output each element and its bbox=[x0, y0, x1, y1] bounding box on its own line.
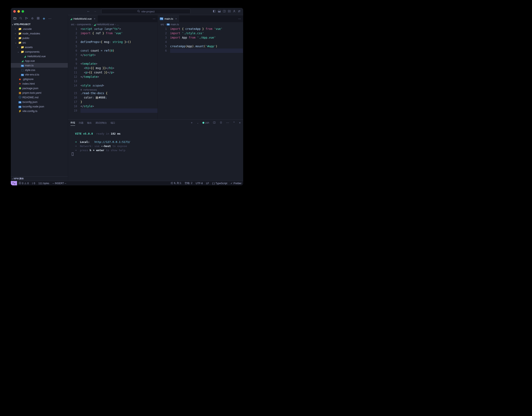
svg-point-0 bbox=[137, 10, 139, 12]
close-tab-icon[interactable]: × bbox=[94, 17, 96, 20]
tree-item-HelloWorld-vue[interactable]: ◢HelloWorld.vue bbox=[11, 54, 68, 58]
tree-item--vscode[interactable]: ›📁.vscode bbox=[11, 27, 68, 31]
chevron-right-icon: › bbox=[12, 178, 13, 180]
tree-item-App-vue[interactable]: ◢App.vue bbox=[11, 58, 68, 63]
file-label: public bbox=[22, 37, 29, 40]
breadcrumb-right[interactable]: src› TS main.ts bbox=[158, 22, 243, 27]
customize-layout-icon[interactable] bbox=[228, 10, 231, 13]
tabs-right: TS main.ts × ⋯ bbox=[158, 15, 243, 22]
explorer-icon[interactable] bbox=[12, 17, 18, 20]
tab-helloworld[interactable]: ◢ HelloWorld.vue × bbox=[68, 15, 98, 22]
panel-tab-problems[interactable]: 问题 bbox=[79, 120, 83, 126]
command-center[interactable]: vite-project bbox=[101, 9, 191, 14]
editor-more-icon[interactable]: ⋯ bbox=[153, 17, 155, 20]
terminal-output[interactable]: VITE v5.0.8 ready in 182 ms ➜ Local: htt… bbox=[68, 126, 243, 181]
tree-item-public[interactable]: ›📁public bbox=[11, 36, 68, 40]
svg-rect-9 bbox=[230, 11, 230, 12]
file-label: assets bbox=[25, 46, 33, 49]
status-bytes[interactable]: 111 bytes bbox=[37, 182, 51, 185]
toggle-panel-icon[interactable] bbox=[218, 10, 221, 13]
status-formatter[interactable]: ✓Prettier bbox=[229, 182, 243, 185]
tree-item-README-md[interactable]: ⓘREADME.md bbox=[11, 95, 68, 100]
file-label: package.json bbox=[22, 87, 39, 90]
toggle-secondary-sidebar-icon[interactable] bbox=[223, 10, 226, 13]
status-radio[interactable]: ⟟0 bbox=[30, 182, 37, 185]
codelens[interactable]: 0 references bbox=[80, 88, 157, 91]
split-terminal-icon[interactable] bbox=[213, 121, 216, 125]
npm-scripts-label: NPM 脚本 bbox=[14, 177, 24, 180]
npm-scripts-header[interactable]: › NPM 脚本 bbox=[11, 176, 68, 181]
search-sidebar-icon[interactable] bbox=[18, 17, 23, 20]
debug-icon[interactable] bbox=[30, 17, 35, 20]
file-icon: 📁 bbox=[21, 46, 24, 49]
close-panel-icon[interactable]: × bbox=[239, 121, 241, 124]
status-language[interactable]: { }TypeScript bbox=[211, 182, 229, 185]
new-terminal-icon[interactable]: ＋ bbox=[190, 121, 193, 125]
maximize-window-button[interactable] bbox=[22, 10, 24, 13]
nav-forward-button[interactable]: → bbox=[93, 9, 97, 14]
toggle-primary-sidebar-icon[interactable] bbox=[213, 10, 216, 13]
source-control-icon[interactable] bbox=[24, 17, 29, 20]
tree-item-tsconfig-json[interactable]: TStsconfig.json bbox=[11, 100, 68, 104]
tree-item-main-ts[interactable]: TSmain.ts bbox=[11, 63, 68, 68]
status-encoding[interactable]: UTF-8 bbox=[194, 182, 204, 185]
window-controls bbox=[13, 10, 24, 13]
tab-main-ts[interactable]: TS main.ts × bbox=[158, 15, 179, 22]
file-label: tsconfig.json bbox=[22, 100, 37, 104]
file-icon: ⬚ bbox=[21, 68, 24, 72]
tree-item-style-css[interactable]: ⬚style.css bbox=[11, 68, 68, 72]
panel-tab-ports[interactable]: 端口 bbox=[111, 120, 115, 126]
file-icon: TS bbox=[18, 100, 22, 104]
tree-item-index-html[interactable]: ⬘index.html bbox=[11, 81, 68, 86]
code-editor-right[interactable]: 123456 import { createApp } from 'vue'im… bbox=[158, 27, 243, 119]
breadcrumb-left[interactable]: src› components› ◢ HelloWorld.vue› … bbox=[68, 22, 157, 27]
file-label: vite.config.ts bbox=[22, 110, 37, 113]
close-tab-icon[interactable]: × bbox=[175, 17, 177, 20]
close-window-button[interactable] bbox=[13, 10, 16, 13]
tree-item-components[interactable]: ⌄📁components bbox=[11, 49, 68, 54]
tree-item-src[interactable]: ⌄📁src bbox=[11, 40, 68, 45]
status-indentation[interactable]: 空格: 2 bbox=[183, 181, 194, 185]
status-cursor-position[interactable]: 行 6, 列 1 bbox=[169, 181, 183, 185]
editor-group-right: TS main.ts × ⋯ src› TS main.ts bbox=[158, 15, 243, 119]
tree-item-vite-env-d-ts[interactable]: TSvite-env.d.ts bbox=[11, 72, 68, 77]
more-icon[interactable]: ⋯ bbox=[47, 17, 52, 20]
minimize-window-button[interactable] bbox=[18, 10, 20, 13]
extensions-icon[interactable] bbox=[36, 17, 41, 20]
svg-rect-6 bbox=[228, 10, 229, 11]
chevron-icon: › bbox=[18, 46, 20, 48]
tree-item-pnpm-lock-yaml[interactable]: ▦pnpm-lock.yaml bbox=[11, 90, 68, 95]
file-label: .gitignore bbox=[22, 77, 33, 81]
panel-tab-output[interactable]: 输出 bbox=[87, 120, 92, 126]
settings-icon[interactable] bbox=[238, 10, 241, 13]
shell-indicator[interactable]: ⬢zsh bbox=[202, 121, 209, 124]
file-icon: ◆ bbox=[18, 77, 22, 81]
svg-rect-20 bbox=[39, 18, 39, 19]
accounts-icon[interactable] bbox=[233, 10, 236, 13]
editor-more-icon[interactable]: ⋯ bbox=[238, 17, 241, 20]
explorer-header[interactable]: ⌄ VITE-PROJECT bbox=[11, 22, 68, 27]
remote-indicator[interactable] bbox=[11, 181, 17, 185]
tree-item-node_modules[interactable]: ›📁node_modules bbox=[11, 31, 68, 36]
search-icon bbox=[137, 10, 140, 13]
file-label: HelloWorld.vue bbox=[27, 55, 46, 58]
terminal-dropdown-icon[interactable]: ⌄ bbox=[197, 122, 199, 124]
status-eol[interactable]: LF bbox=[204, 182, 211, 185]
tree-item--gitignore[interactable]: ◆.gitignore bbox=[11, 77, 68, 81]
tree-item-package-json[interactable]: ⬢package.json bbox=[11, 86, 68, 90]
tree-item-assets[interactable]: ›📁assets bbox=[11, 45, 68, 49]
svg-point-15 bbox=[26, 19, 26, 19]
tree-item-tsconfig-node-json[interactable]: TStsconfig.node.json bbox=[11, 104, 68, 109]
panel-tab-debug-console[interactable]: 调试控制台 bbox=[96, 120, 107, 126]
code-editor-left[interactable]: 12345678910111213141516171819 <script se… bbox=[68, 27, 157, 119]
nav-back-button[interactable]: ← bbox=[86, 9, 91, 14]
maximize-panel-icon[interactable]: ⌃ bbox=[233, 121, 235, 124]
docker-icon[interactable]: ◈ bbox=[41, 17, 47, 20]
panel-more-icon[interactable]: ⋯ bbox=[226, 121, 229, 124]
kill-terminal-icon[interactable] bbox=[220, 121, 222, 125]
panel-tab-terminal[interactable]: 终端 bbox=[70, 120, 75, 126]
status-errors[interactable]: ⓧ0 ⚠0 bbox=[17, 181, 30, 185]
file-icon: TS bbox=[18, 105, 22, 108]
tree-item-vite-config-ts[interactable]: ⚡vite.config.ts bbox=[11, 109, 68, 113]
svg-point-12 bbox=[238, 11, 239, 12]
